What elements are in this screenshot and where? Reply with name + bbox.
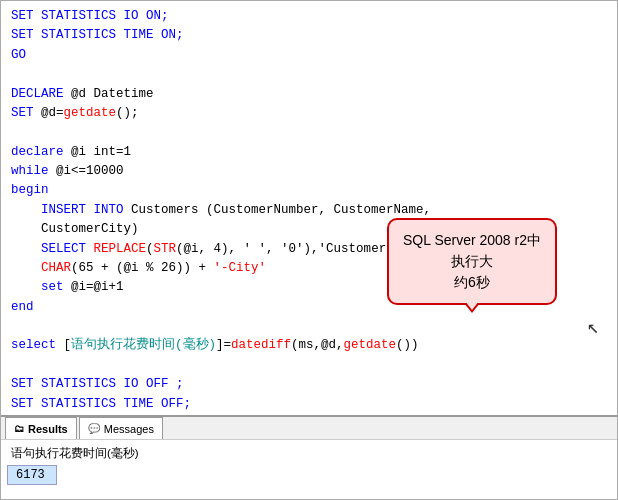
code-line	[11, 65, 607, 84]
code-line: declare @i int=1	[11, 143, 607, 162]
messages-tab-icon: 💬	[88, 423, 100, 434]
tabs-bar: 🗂 Results 💬 Messages	[1, 415, 617, 439]
code-line: SET STATISTICS IO OFF ;	[11, 375, 607, 394]
messages-tab-label: Messages	[104, 423, 154, 435]
bubble-text-line2: 约6秒	[454, 274, 490, 290]
results-panel: 语句执行花费时间(毫秒) 6173	[1, 439, 617, 499]
results-row: 6173	[7, 465, 611, 485]
code-line: SET @d=getdate();	[11, 104, 607, 123]
code-line: GO	[11, 46, 607, 65]
results-tab-icon: 🗂	[14, 423, 24, 434]
code-line	[11, 123, 607, 142]
code-line: while @i<=10000	[11, 162, 607, 181]
code-editor[interactable]: SET STATISTICS IO ON; SET STATISTICS TIM…	[1, 1, 617, 415]
code-line	[11, 317, 607, 336]
code-line: SET STATISTICS TIME ON;	[11, 26, 607, 45]
results-column-header: 语句执行花费时间(毫秒)	[7, 444, 611, 463]
code-line: DECLARE @d Datetime	[11, 85, 607, 104]
code-line	[11, 356, 607, 375]
code-line: SET STATISTICS IO ON;	[11, 7, 607, 26]
tooltip-bubble: SQL Server 2008 r2中执行大 约6秒	[387, 218, 557, 305]
tab-messages[interactable]: 💬 Messages	[79, 417, 163, 439]
code-line: SET STATISTICS TIME OFF;	[11, 395, 607, 414]
results-tab-label: Results	[28, 423, 68, 435]
code-line: select [语句执行花费时间(毫秒)]=datediff(ms,@d,get…	[11, 336, 607, 355]
bubble-text-line1: SQL Server 2008 r2中执行大	[403, 232, 541, 269]
code-line: begin	[11, 181, 607, 200]
results-cell-value: 6173	[7, 465, 57, 485]
code-line: GO	[11, 414, 607, 415]
tab-results[interactable]: 🗂 Results	[5, 417, 77, 439]
main-window: SET STATISTICS IO ON; SET STATISTICS TIM…	[0, 0, 618, 500]
